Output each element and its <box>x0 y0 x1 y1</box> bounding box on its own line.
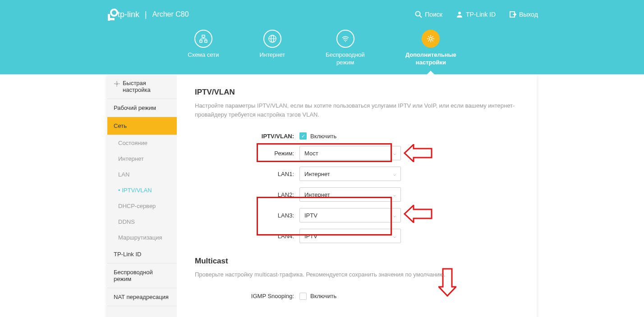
logout-icon <box>509 11 516 18</box>
sidebar-label: Маршрутизация <box>118 234 162 241</box>
nav-tabs: Схема сети Интернет Беспроводной режим Д… <box>0 30 644 67</box>
sidebar: Быстрая настройка Рабочий режим Сеть Сос… <box>107 74 177 317</box>
annotation-arrow-save <box>438 267 456 298</box>
igmp-checkbox[interactable] <box>299 293 307 300</box>
sidebar-sub-status[interactable]: Состояние <box>107 135 177 151</box>
network-map-icon <box>199 34 208 43</box>
header-bar: tp-link | Archer C80 Поиск TP-Link ID Вы… <box>0 0 644 74</box>
tplink-id-link[interactable]: TP-Link ID <box>456 11 496 18</box>
sidebar-label: Быстрая настройка <box>123 80 170 93</box>
lan4-label: LAN4: <box>195 233 299 240</box>
sidebar-item-network[interactable]: Сеть <box>107 117 177 135</box>
sidebar-item-quick-setup[interactable]: Быстрая настройка <box>107 74 177 99</box>
enable-checkbox[interactable]: ✓ <box>299 132 307 140</box>
svg-point-0 <box>111 9 117 16</box>
multicast-title: Multicast <box>195 257 519 266</box>
lan2-label: LAN2: <box>195 191 299 198</box>
lan4-select[interactable]: IPTV⌵ <box>299 229 401 243</box>
sidebar-label: DHCP-сервер <box>118 203 156 209</box>
content-area: IPTV/VLAN Настройте параметры IPTV/VLAN,… <box>177 74 537 317</box>
igmp-check-label: Включить <box>310 293 336 299</box>
iptv-section-desc: Настройте параметры IPTV/VLAN, если вы х… <box>195 101 519 119</box>
lan3-row: LAN3: IPTV⌵ <box>195 208 519 222</box>
chevron-down-icon: ⌵ <box>393 151 396 156</box>
tab-advanced[interactable]: Дополнительные настройки <box>405 30 456 67</box>
sidebar-label: Интернет <box>118 155 144 162</box>
lan2-select[interactable]: Интернет⌵ <box>299 187 401 202</box>
tab-label: Дополнительные настройки <box>405 51 456 67</box>
lan3-label: LAN3: <box>195 212 299 219</box>
sidebar-sub-dhcp[interactable]: DHCP-сервер <box>107 198 177 214</box>
sidebar-label: Состояние <box>118 140 147 146</box>
user-icon <box>456 11 463 18</box>
top-row: tp-link | Archer C80 Поиск TP-Link ID Вы… <box>0 0 644 21</box>
wifi-icon <box>341 34 350 43</box>
annotation-arrow-mode <box>402 144 434 162</box>
sidebar-item-tplink-id[interactable]: TP-Link ID <box>107 245 177 263</box>
enable-check-label: Включить <box>310 133 336 140</box>
search-link[interactable]: Поиск <box>415 11 442 18</box>
search-label: Поиск <box>425 11 442 18</box>
lan1-row: LAN1: Интернет⌵ <box>195 167 519 181</box>
svg-rect-8 <box>200 40 202 42</box>
sidebar-sub-internet[interactable]: Интернет <box>107 151 177 167</box>
chevron-down-icon: ⌵ <box>393 234 396 239</box>
tplink-id-label: TP-Link ID <box>466 11 496 18</box>
logout-label: Выход <box>519 11 538 18</box>
lan2-row: LAN2: Интернет⌵ <box>195 187 519 202</box>
svg-point-19 <box>116 83 118 85</box>
globe-icon <box>268 34 277 43</box>
mode-row: Режим: Мост⌵ <box>195 146 519 160</box>
sidebar-sub-ddns[interactable]: DDNS <box>107 214 177 230</box>
igmp-label: IGMP Snooping: <box>195 293 299 299</box>
sidebar-item-operation-mode[interactable]: Рабочий режим <box>107 99 177 117</box>
mode-select[interactable]: Мост⌵ <box>299 146 401 160</box>
sidebar-sub-iptv-vlan[interactable]: IPTV/VLAN <box>107 182 177 198</box>
svg-rect-9 <box>205 40 207 42</box>
main-container: Быстрая настройка Рабочий режим Сеть Сос… <box>107 74 537 317</box>
logo-area: tp-link | Archer C80 <box>106 8 189 21</box>
chevron-down-icon: ⌵ <box>393 213 396 218</box>
enable-row: IPTV/VLAN: ✓ Включить <box>195 132 519 140</box>
tab-label: Беспроводной режим <box>326 51 365 67</box>
mode-label: Режим: <box>195 150 299 157</box>
sidebar-label: IPTV/VLAN <box>122 187 152 194</box>
tab-label: Интернет <box>259 51 285 59</box>
sidebar-item-wireless[interactable]: Беспроводной режим <box>107 263 177 288</box>
model-name: Archer C80 <box>152 10 189 18</box>
svg-point-5 <box>458 12 461 14</box>
sidebar-label: Сеть <box>114 122 127 129</box>
header-links: Поиск TP-Link ID Выход <box>415 11 538 18</box>
iptv-section-title: IPTV/VLAN <box>195 88 519 97</box>
chevron-down-icon: ⌵ <box>393 192 396 197</box>
tab-network-map[interactable]: Схема сети <box>188 30 219 67</box>
lan1-select[interactable]: Интернет⌵ <box>299 167 401 181</box>
gear-icon <box>114 81 120 87</box>
lan4-row: LAN4: IPTV⌵ <box>195 229 519 243</box>
logout-link[interactable]: Выход <box>509 11 538 18</box>
brand-text: tp-link <box>118 10 139 19</box>
lan3-select[interactable]: IPTV⌵ <box>299 208 401 222</box>
sidebar-label: Беспроводной режим <box>114 269 170 282</box>
sidebar-label: DDNS <box>118 218 135 225</box>
enable-label: IPTV/VLAN: <box>195 133 299 140</box>
sidebar-item-nat[interactable]: NAT переадресация <box>107 288 177 306</box>
gear-icon <box>426 34 435 43</box>
tab-wireless[interactable]: Беспроводной режим <box>326 30 365 67</box>
sidebar-label: TP-Link ID <box>114 251 141 258</box>
sidebar-sub-routing[interactable]: Маршрутизация <box>107 230 177 245</box>
lan1-label: LAN1: <box>195 171 299 177</box>
tp-link-logo: tp-link <box>106 8 139 21</box>
divider: | <box>145 10 147 19</box>
sidebar-sub-lan[interactable]: LAN <box>107 167 177 182</box>
tab-label: Схема сети <box>188 51 219 59</box>
sidebar-label: NAT переадресация <box>114 294 169 300</box>
svg-point-18 <box>429 37 432 40</box>
svg-line-4 <box>419 15 422 18</box>
search-icon <box>415 11 422 18</box>
tab-internet[interactable]: Интернет <box>259 30 285 67</box>
annotation-arrow-lan34 <box>402 205 434 223</box>
chevron-down-icon: ⌵ <box>393 172 396 177</box>
sidebar-label: LAN <box>118 171 129 178</box>
sidebar-label: Рабочий режим <box>114 104 156 111</box>
